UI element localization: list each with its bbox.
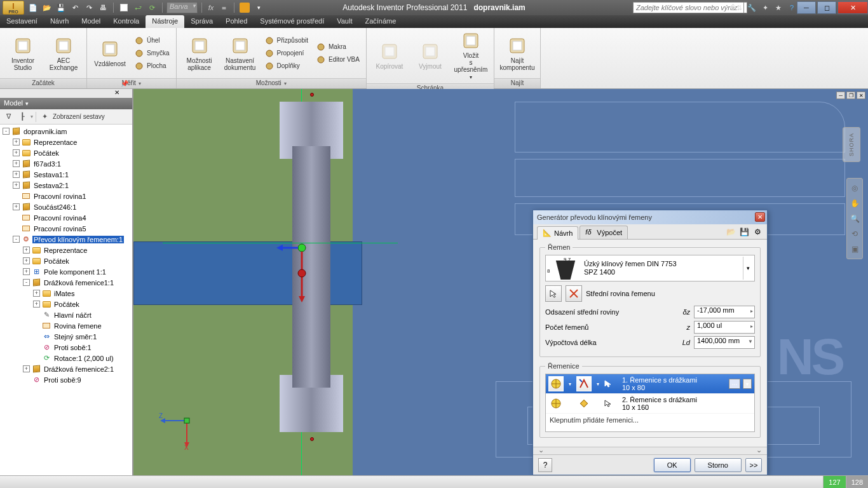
filter-icon[interactable]: ∇ [3,111,14,123]
cancel-button[interactable]: Storno [695,458,742,472]
vp-restore-icon[interactable]: ❐ [846,92,855,99]
tree-node[interactable]: ⊘Proti sobě:9 [0,374,132,385]
tree-node[interactable]: +Sestava1:1 [0,169,132,180]
dialog-save-icon[interactable]: 💾 [738,226,750,238]
dialog-close-button[interactable]: ✕ [755,212,765,222]
browser-close-icon[interactable]: ✕ [114,89,119,96]
pulley-more-button[interactable]: ▾ [743,379,752,389]
browser-pin-icon[interactable]: 📌 [121,80,130,89]
favorite-icon[interactable]: ★ [773,2,784,13]
minimize-button[interactable]: ─ [797,1,816,14]
qat-dropdown-icon[interactable]: ▾ [252,1,265,14]
dialog-title[interactable]: Generátor převodu klínovými řemeny ✕ [533,210,767,224]
tree-node[interactable]: +Reprezentace [0,245,132,255]
pick-plane-button[interactable] [566,285,582,302]
tree-node[interactable]: +iMates [0,288,132,299]
tree-node[interactable]: +Počátek [0,147,132,158]
subscription-icon[interactable]: �⇅ [730,2,742,13]
ribbon-doplňky[interactable]: Doplňky [262,60,311,72]
select-icon[interactable] [118,1,130,14]
panel-label[interactable]: Možnosti [177,78,366,88]
menu-začínáme[interactable]: Začínáme [358,15,402,28]
ok-button[interactable]: OK [654,458,691,472]
lookat-icon[interactable]: ▣ [848,242,861,256]
tree-node[interactable]: +Sestava2:1 [0,180,132,191]
tree-node[interactable]: Pracovní rovina1 [0,191,132,201]
tree-node[interactable]: ✎Hlavní náčrt [0,309,132,320]
update-icon[interactable]: ⟳ [146,1,158,14]
ribbon-úhel[interactable]: Úhel [132,34,172,47]
dialog-open-icon[interactable]: 📂 [725,226,736,238]
ribbon-makra[interactable]: Makra [313,41,362,53]
ribbon-přizpůsobit[interactable]: Přizpůsobit [262,34,311,47]
menu-kontrola[interactable]: Kontrola [107,15,146,28]
tree-node[interactable]: +Počátek [0,299,132,309]
ribbon-inventor-studio[interactable]: InventorStudio [4,34,42,72]
menu-sestavení[interactable]: Sestavení [0,15,44,28]
close-button[interactable]: ✕ [837,1,868,14]
print-icon[interactable]: 🖶 [97,1,109,14]
menu-model[interactable]: Model [75,15,107,28]
tree-node[interactable]: ⟳Rotace:1 (2,000 ul) [0,353,132,363]
input-2[interactable]: 1400,000 mm▼ [694,336,755,349]
app-menu-button[interactable]: PRO [3,1,24,15]
ribbon-vložit-s-upřesněním[interactable]: Vložits upřesněním ▾ [452,29,490,82]
pulley-item-1[interactable]: ▾ ▾ 1. Řemenice s drážkami10 x 80 ... ▾ [546,374,754,394]
browser-tool2-icon[interactable]: ┠ [17,111,28,123]
return-icon[interactable]: ⮐ [132,1,144,14]
tree-node[interactable]: -dopravnik.iam [0,126,132,137]
ribbon-možnosti-aplikace[interactable]: Možnostiaplikace [180,34,219,72]
ribbon-vzdálenost[interactable]: Vzdálenost [91,37,129,69]
tree-node[interactable]: +⊞Pole komponent 1:1 [0,266,132,277]
tree-node[interactable]: -⚙Převod klínovým řemenem:1 [0,234,132,245]
redo-icon[interactable]: ↷ [83,1,95,14]
tree-node[interactable]: ⊘Proti sobě:1 [0,342,132,353]
menu-správa[interactable]: Správa [184,15,219,28]
pan-icon[interactable]: ✋ [848,196,861,210]
input-1[interactable]: 1,000 ul▸ [694,321,755,334]
more-button[interactable]: >> [745,458,762,472]
exchange-icon[interactable]: ✦ [759,2,771,13]
pulley-browse-button[interactable]: ... [729,379,740,389]
key-icon[interactable]: 🔧 [746,2,757,13]
menu-návrh[interactable]: Návrh [44,15,75,28]
dialog-settings-icon[interactable]: ⚙ [752,226,763,238]
ribbon-nastavení-dokumentu[interactable]: Nastavenídokumentu [221,34,259,72]
input-0[interactable]: -17,000 mm▸ [694,306,755,318]
viewcube[interactable]: SHORA [843,127,860,162]
tab-navrh[interactable]: 📐Návrh [537,226,578,240]
tree-node[interactable]: Rovina řemene [0,320,132,331]
fx-button[interactable]: fx [208,4,214,11]
menu-vault[interactable]: Vault [330,15,358,28]
equals-icon[interactable]: ＝ [217,1,230,14]
tree-node[interactable]: +Reprezentace [0,137,132,147]
ribbon-propojení[interactable]: Propojení [262,47,311,60]
tree-node[interactable]: Pracovní rovina5 [0,223,132,234]
menu-nástroje[interactable]: Nástroje [146,15,184,28]
undo-icon[interactable]: ↶ [69,1,81,14]
pulley-placement-icon[interactable] [576,376,592,391]
tab-vypocet[interactable]: fδVýpočet [580,226,628,239]
vp-close-icon[interactable]: ✕ [857,92,865,99]
tree-node[interactable]: -Drážková řemenice1:1 [0,277,132,288]
vp-minimize-icon[interactable]: ─ [836,92,845,99]
ribbon-najít-komponentu[interactable]: Najítkomponentu [498,34,536,72]
model-tree[interactable]: -dopravnik.iam+Reprezentace+Počátek+f67a… [0,125,132,475]
dialog-help-button[interactable]: ? [538,458,552,472]
view-mode-icon[interactable]: ✦ [39,111,50,123]
belt-selector[interactable]: 9,7 8 Úzký klínový řemen DIN 7753 SPZ 14… [545,255,755,281]
pulley-item-2[interactable]: 2. Řemenice s drážkami10 x 160 [546,394,754,414]
color-combo[interactable]: Barva [166,2,198,13]
appearance-icon[interactable] [238,1,251,14]
ribbon-plocha[interactable]: Plocha [132,60,172,72]
new-icon[interactable]: 📄 [27,1,39,14]
tree-node[interactable]: ⇔Stejný směr:1 [0,331,132,342]
steering-wheel-icon[interactable]: ◎ [848,181,861,195]
maximize-button[interactable]: ◻ [817,1,836,14]
pulley-type-icon[interactable] [548,376,564,391]
zoom-icon[interactable]: 🔍 [848,212,861,226]
add-pulley-row[interactable]: Klepnutím přidáte řemenici... [546,414,754,426]
open-icon[interactable]: 📂 [41,1,53,14]
menu-systémové prostředí[interactable]: Systémové prostředí [254,15,330,28]
viewport[interactable]: NS [133,89,868,475]
